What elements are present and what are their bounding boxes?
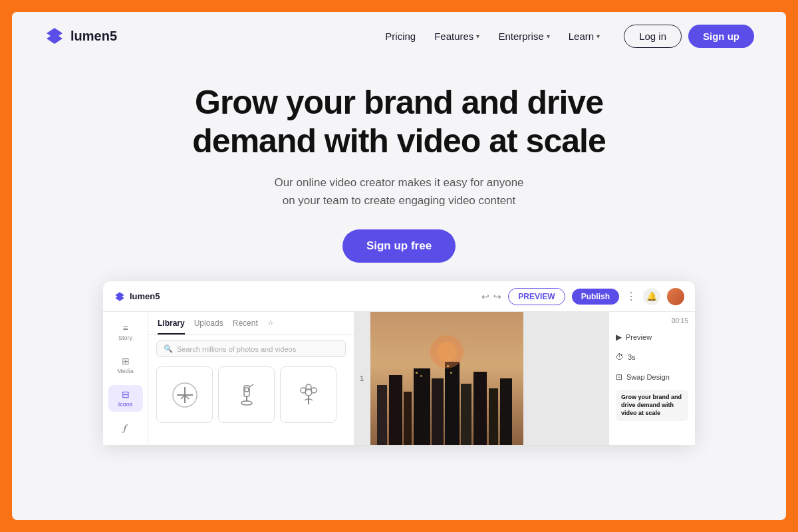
media-search-bar[interactable]: 🔍 Search millions of photos and videos — [156, 340, 346, 357]
lumen5-logo-icon — [44, 25, 65, 47]
media-icon: ⊞ — [122, 356, 130, 366]
redo-button[interactable]: ↪ — [493, 291, 501, 302]
enterprise-chevron-icon: ▾ — [547, 33, 550, 40]
logo[interactable]: lumen5 — [44, 25, 117, 47]
nav-links: Pricing Features ▾ Enterprise ▾ Learn ▾ … — [385, 25, 754, 48]
panel-text-block: Grow your brand and drive demand with vi… — [616, 390, 688, 421]
nav-features[interactable]: Features ▾ — [434, 31, 479, 42]
logo-text: lumen5 — [70, 29, 117, 44]
city-skyline-svg — [370, 312, 523, 445]
story-icon: ≡ — [122, 323, 128, 333]
app-body: ≡ Story ⊞ Media ⊟ Icons 𝒇 — [103, 312, 695, 445]
microscope-icon — [232, 380, 261, 410]
features-chevron-icon: ▾ — [476, 33, 479, 40]
login-button[interactable]: Log in — [624, 25, 682, 48]
media-tab-library[interactable]: Library — [158, 319, 185, 334]
play-icon: ▶ — [616, 332, 622, 342]
flower-icon — [294, 380, 323, 410]
app-sidebar: ≡ Story ⊞ Media ⊟ Icons 𝒇 — [103, 312, 148, 445]
svg-point-29 — [437, 342, 457, 362]
media-panel: Library Uploads Recent ☆ 🔍 Search millio… — [148, 312, 354, 445]
panel-swap-row[interactable]: ⊡ Swap Design — [616, 370, 688, 384]
svg-rect-16 — [404, 392, 412, 445]
media-tab-recent[interactable]: Recent — [233, 319, 258, 334]
svg-rect-22 — [489, 388, 498, 445]
media-tab-uploads[interactable]: Uploads — [194, 319, 223, 334]
svg-rect-17 — [414, 368, 430, 445]
swap-icon: ⊡ — [616, 372, 622, 382]
canvas-area: 1 — [354, 312, 608, 445]
hero-signup-free-button[interactable]: Sign up free — [342, 229, 456, 263]
media-thumb-3[interactable] — [280, 366, 336, 423]
svg-point-11 — [301, 388, 306, 393]
app-notifications-button[interactable]: 🔔 — [643, 288, 660, 305]
panel-timer: 00:15 — [616, 317, 688, 325]
svg-line-7 — [249, 384, 253, 387]
medical-icon — [170, 380, 200, 410]
undo-button[interactable]: ↩ — [481, 291, 489, 302]
app-preview-button[interactable]: PREVIEW — [508, 288, 565, 305]
svg-rect-27 — [450, 372, 452, 374]
media-grid — [148, 362, 354, 427]
text-icon: 𝒇 — [124, 422, 127, 434]
svg-rect-19 — [445, 362, 460, 445]
app-publish-button[interactable]: Publish — [572, 289, 619, 305]
app-more-options-button[interactable]: ⋮ — [626, 290, 636, 303]
panel-preview-row[interactable]: ▶ Preview — [616, 330, 688, 344]
nav-enterprise[interactable]: Enterprise ▾ — [498, 31, 549, 42]
svg-rect-18 — [432, 378, 444, 445]
navbar: lumen5 Pricing Features ▾ Enterprise ▾ L… — [12, 12, 786, 60]
signup-button[interactable]: Sign up — [688, 25, 754, 48]
svg-point-10 — [311, 388, 317, 393]
media-tabs: Library Uploads Recent ☆ — [148, 312, 354, 335]
hero-title: Grow your brand and drive demand with vi… — [192, 84, 605, 160]
panel-duration-row[interactable]: ⏱ 3s — [616, 350, 688, 364]
learn-chevron-icon: ▾ — [597, 33, 600, 40]
sidebar-item-media[interactable]: ⊞ Media — [108, 352, 143, 378]
media-thumb-2[interactable] — [218, 366, 275, 423]
icons-icon: ⊟ — [122, 389, 130, 400]
svg-point-6 — [245, 388, 249, 392]
svg-rect-23 — [500, 378, 512, 445]
app-preview-mockup: lumen5 ↩ ↪ PREVIEW Publish ⋮ 🔔 — [103, 281, 695, 445]
nav-learn[interactable]: Learn ▾ — [569, 31, 600, 42]
app-topbar: lumen5 ↩ ↪ PREVIEW Publish ⋮ 🔔 — [103, 281, 695, 312]
sidebar-item-story[interactable]: ≡ Story — [108, 319, 143, 345]
svg-rect-25 — [420, 375, 422, 377]
slide-number: 1 — [360, 374, 364, 382]
slide-image — [370, 312, 523, 445]
media-tab-starred[interactable]: ☆ — [267, 319, 274, 334]
undo-redo-controls: ↩ ↪ — [481, 291, 501, 302]
svg-rect-20 — [461, 384, 471, 445]
nav-pricing[interactable]: Pricing — [385, 31, 416, 42]
svg-rect-21 — [473, 372, 487, 445]
app-topbar-right: ↩ ↪ PREVIEW Publish ⋮ 🔔 — [481, 288, 684, 305]
search-icon: 🔍 — [164, 344, 173, 353]
app-logo: lumen5 — [114, 291, 160, 303]
hero-section: Grow your brand and drive demand with vi… — [12, 60, 786, 520]
svg-rect-15 — [389, 375, 402, 445]
sidebar-item-text[interactable]: 𝒇 — [108, 418, 143, 439]
sidebar-item-icons[interactable]: ⊟ Icons — [108, 385, 143, 412]
svg-rect-24 — [416, 372, 418, 374]
app-logo-icon — [114, 291, 126, 303]
svg-rect-14 — [377, 385, 387, 445]
media-thumb-1[interactable] — [156, 366, 213, 423]
right-panel: 00:15 ▶ Preview ⏱ 3s ⊡ Swap Design Grow — [608, 312, 695, 445]
app-user-avatar[interactable] — [667, 288, 684, 305]
nav-buttons: Log in Sign up — [624, 25, 754, 48]
hero-subtitle: Our online video creator makes it easy f… — [274, 174, 523, 209]
clock-icon: ⏱ — [616, 352, 624, 362]
